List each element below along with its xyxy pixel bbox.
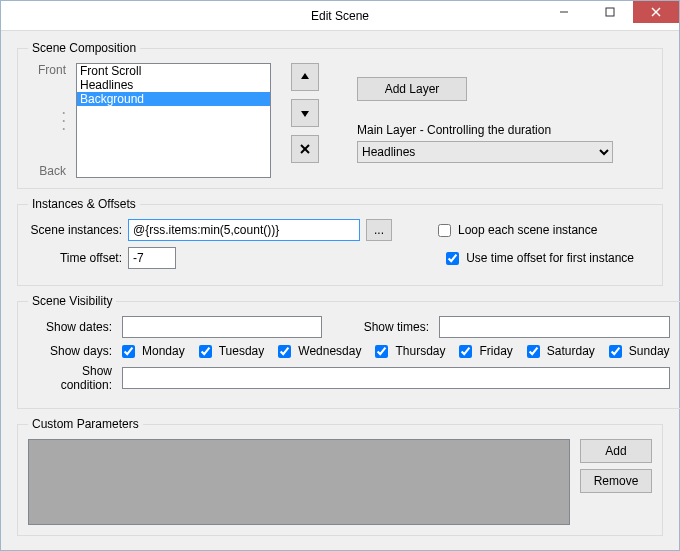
layer-list[interactable]: Front ScrollHeadlinesBackground	[76, 63, 271, 178]
time-offset-label: Time offset:	[28, 251, 128, 265]
show-dates-label: Show dates:	[28, 320, 118, 334]
composition-right-column: Add Layer Main Layer - Controlling the d…	[357, 63, 652, 163]
move-down-button[interactable]	[291, 99, 319, 127]
day-label: Sunday	[629, 344, 670, 358]
scene-composition-group: Scene Composition Front ••• Back Front S…	[17, 41, 663, 189]
day-checkbox-thursday[interactable]: Thursday	[375, 344, 445, 358]
scene-instances-label: Scene instances:	[28, 223, 128, 237]
loop-label: Loop each scene instance	[458, 223, 597, 237]
svg-rect-1	[606, 8, 614, 16]
edit-scene-window: Edit Scene Scene Composition Front ••• B…	[0, 0, 680, 551]
loop-checkbox[interactable]	[438, 224, 451, 237]
show-dates-input[interactable]	[122, 316, 322, 338]
use-offset-checkbox[interactable]	[446, 252, 459, 265]
show-times-input[interactable]	[439, 316, 670, 338]
main-layer-caption: Main Layer - Controlling the duration	[357, 123, 652, 137]
day-label: Wednesday	[298, 344, 361, 358]
day-checkbox-friday[interactable]: Friday	[459, 344, 512, 358]
show-times-label: Show times:	[360, 320, 435, 334]
front-label: Front	[28, 63, 66, 77]
day-checkbox-tuesday[interactable]: Tuesday	[199, 344, 265, 358]
days-container: MondayTuesdayWednesdayThursdayFridaySatu…	[122, 344, 670, 358]
main-layer-select[interactable]: Headlines	[357, 141, 613, 163]
scene-instances-browse-button[interactable]: ...	[366, 219, 392, 241]
arrow-down-icon	[299, 107, 311, 119]
scene-instances-input[interactable]	[128, 219, 360, 241]
show-condition-label: Show condition:	[28, 364, 118, 392]
day-label: Monday	[142, 344, 185, 358]
layer-item[interactable]: Headlines	[77, 78, 270, 92]
window-controls	[541, 1, 679, 23]
close-button[interactable]	[633, 1, 679, 23]
titlebar: Edit Scene	[1, 1, 679, 31]
day-label: Tuesday	[219, 344, 265, 358]
day-checkbox-wednesday[interactable]: Wednesday	[278, 344, 361, 358]
move-up-button[interactable]	[291, 63, 319, 91]
arrow-up-icon	[299, 71, 311, 83]
day-checkbox-input[interactable]	[527, 345, 540, 358]
day-checkbox-input[interactable]	[609, 345, 622, 358]
scene-composition-legend: Scene Composition	[28, 41, 140, 55]
back-label: Back	[28, 164, 66, 178]
delete-layer-button[interactable]	[291, 135, 319, 163]
custom-parameters-legend: Custom Parameters	[28, 417, 143, 431]
day-label: Thursday	[395, 344, 445, 358]
x-icon	[299, 143, 311, 155]
layer-item[interactable]: Background	[77, 92, 270, 106]
show-days-label: Show days:	[28, 344, 118, 358]
custom-parameters-group: Custom Parameters Add Remove	[17, 417, 663, 536]
day-checkbox-input[interactable]	[375, 345, 388, 358]
layer-item[interactable]: Front Scroll	[77, 64, 270, 78]
day-checkbox-input[interactable]	[459, 345, 472, 358]
close-icon	[651, 7, 661, 17]
remove-param-button[interactable]: Remove	[580, 469, 652, 493]
day-checkbox-monday[interactable]: Monday	[122, 344, 185, 358]
add-param-button[interactable]: Add	[580, 439, 652, 463]
maximize-icon	[605, 7, 615, 17]
custom-parameters-list[interactable]	[28, 439, 570, 525]
day-label: Saturday	[547, 344, 595, 358]
instances-offsets-legend: Instances & Offsets	[28, 197, 140, 211]
day-checkbox-input[interactable]	[122, 345, 135, 358]
front-back-labels: Front ••• Back	[28, 63, 68, 178]
scene-visibility-group: Scene Visibility Show dates: Show times:…	[17, 294, 680, 409]
day-checkbox-saturday[interactable]: Saturday	[527, 344, 595, 358]
scene-visibility-legend: Scene Visibility	[28, 294, 116, 308]
instances-offsets-group: Instances & Offsets Scene instances: ...…	[17, 197, 663, 286]
content-area: Scene Composition Front ••• Back Front S…	[1, 31, 679, 551]
minimize-icon	[559, 7, 569, 17]
use-offset-label: Use time offset for first instance	[466, 251, 634, 265]
time-offset-input[interactable]	[128, 247, 176, 269]
maximize-button[interactable]	[587, 1, 633, 23]
depth-dots: •••	[28, 110, 66, 131]
minimize-button[interactable]	[541, 1, 587, 23]
show-condition-input[interactable]	[122, 367, 670, 389]
day-checkbox-input[interactable]	[278, 345, 291, 358]
day-checkbox-sunday[interactable]: Sunday	[609, 344, 670, 358]
add-layer-button[interactable]: Add Layer	[357, 77, 467, 101]
day-label: Friday	[479, 344, 512, 358]
layer-order-buttons	[291, 63, 319, 163]
day-checkbox-input[interactable]	[199, 345, 212, 358]
